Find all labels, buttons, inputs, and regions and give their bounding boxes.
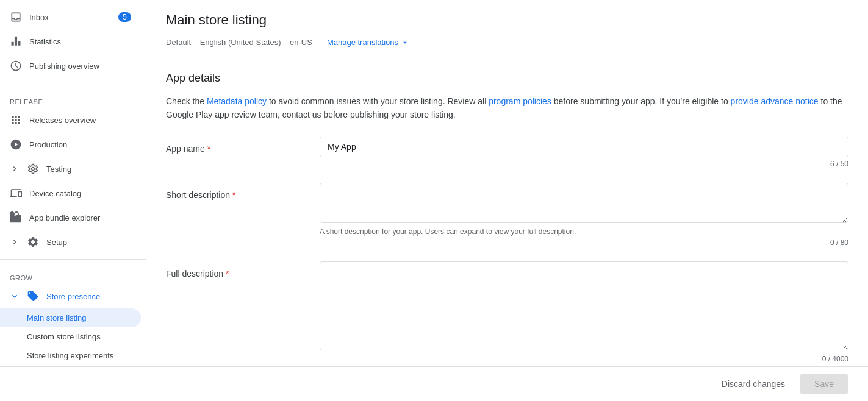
publishing-overview-label: Publishing overview (29, 62, 99, 71)
statistics-label: Statistics (29, 37, 61, 46)
device-icon (10, 187, 22, 199)
production-icon (10, 138, 22, 151)
store-presence-chevron-icon (10, 291, 20, 301)
testing-label: Testing (46, 165, 71, 174)
sidebar-item-inbox[interactable]: Inbox 5 (0, 5, 141, 29)
custom-store-listings-label: Custom store listings (27, 332, 101, 341)
full-description-label: Full description * (166, 261, 300, 279)
device-catalog-label: Device catalog (29, 189, 81, 198)
releases-overview-label: Releases overview (29, 116, 96, 125)
app-name-input[interactable] (320, 137, 848, 157)
full-description-input[interactable] (320, 261, 848, 350)
release-icon (10, 114, 22, 126)
app-name-required: * (207, 144, 210, 154)
page-header: Main store listing Default – English (Un… (146, 0, 868, 57)
short-description-char-count: 0 / 80 (320, 238, 848, 247)
sidebar-item-device-catalog[interactable]: Device catalog (0, 181, 141, 205)
info-text-before: Check the (166, 96, 207, 106)
sidebar-item-testing[interactable]: Testing (0, 157, 141, 181)
sidebar: Inbox 5 Statistics Publishing overview R… (0, 0, 146, 366)
main-content: Main store listing Default – English (Un… (146, 0, 868, 366)
sidebar-item-app-bundle-explorer[interactable]: App bundle explorer (0, 205, 141, 230)
main-store-listing-label: Main store listing (27, 313, 87, 322)
app-name-label: App name * (166, 137, 300, 154)
bundle-icon (10, 211, 22, 224)
sidebar-item-production[interactable]: Production (0, 132, 141, 157)
gear-icon (27, 236, 39, 248)
short-description-field: A short description for your app. Users … (320, 183, 848, 247)
footer: Discard changes Save (0, 366, 868, 401)
sidebar-item-statistics[interactable]: Statistics (0, 29, 141, 54)
language-bar: Default – English (United States) – en-U… (166, 35, 848, 57)
inbox-icon (10, 11, 22, 23)
app-details-title: App details (166, 72, 848, 85)
inbox-badge: 5 (118, 12, 131, 22)
sidebar-item-setup[interactable]: Setup (0, 230, 141, 254)
sidebar-item-releases-overview[interactable]: Releases overview (0, 108, 141, 132)
save-button[interactable]: Save (800, 374, 848, 394)
sidebar-divider-2 (0, 259, 146, 260)
app-name-field: 6 / 50 (320, 137, 848, 168)
testing-chevron-icon (10, 164, 20, 174)
program-policies-link[interactable]: program policies (489, 96, 551, 106)
short-description-hint: A short description for your app. Users … (320, 227, 848, 236)
info-text-middle2: before submitting your app. If you're el… (551, 96, 731, 106)
testing-icon (27, 163, 39, 175)
full-description-field: 0 / 4000 (320, 261, 848, 363)
setup-label: Setup (46, 238, 67, 247)
setup-chevron-icon (10, 237, 20, 247)
store-listing-experiments-label: Store listing experiments (27, 351, 113, 360)
page-title: Main store listing (166, 12, 848, 28)
advance-notice-link[interactable]: provide advance notice (731, 96, 819, 106)
stats-icon (10, 35, 22, 48)
store-presence-label: Store presence (46, 292, 100, 301)
sidebar-item-custom-store-listings[interactable]: Custom store listings (0, 327, 141, 346)
app-bundle-explorer-label: App bundle explorer (29, 213, 100, 222)
sidebar-item-store-presence[interactable]: Store presence (0, 284, 141, 308)
inbox-label: Inbox (29, 13, 49, 22)
short-description-input[interactable] (320, 183, 848, 223)
app-name-char-count: 6 / 50 (320, 160, 848, 168)
discard-changes-button[interactable]: Discard changes (712, 374, 795, 394)
production-label: Production (29, 140, 67, 149)
content-body: App details Check the Metadata policy to… (146, 57, 868, 366)
sidebar-divider-1 (0, 83, 146, 83)
short-description-row: Short description * A short description … (166, 183, 848, 247)
manage-translations-button[interactable]: Manage translations (322, 35, 414, 49)
app-name-row: App name * 6 / 50 (166, 137, 848, 168)
full-description-char-count: 0 / 4000 (320, 355, 848, 363)
sidebar-item-main-store-listing[interactable]: Main store listing (0, 308, 141, 327)
full-description-row: Full description * 0 / 4000 (166, 261, 848, 363)
grow-section-label: Grow (0, 264, 146, 284)
clock-icon (10, 60, 22, 72)
sidebar-item-store-listing-experiments[interactable]: Store listing experiments (0, 346, 141, 365)
info-paragraph: Check the Metadata policy to avoid commo… (166, 94, 848, 122)
metadata-policy-link[interactable]: Metadata policy (207, 96, 267, 106)
info-text-middle1: to avoid common issues with your store l… (267, 96, 489, 106)
manage-translations-label: Manage translations (327, 38, 398, 47)
sidebar-item-publishing-overview[interactable]: Publishing overview (0, 54, 141, 78)
release-section-label: Release (0, 88, 146, 108)
short-description-label: Short description * (166, 183, 300, 200)
full-description-required: * (226, 269, 229, 279)
store-icon (27, 290, 39, 302)
short-description-required: * (232, 190, 235, 200)
language-label: Default – English (United States) – en-U… (166, 38, 312, 47)
dropdown-arrow-icon (401, 38, 409, 47)
